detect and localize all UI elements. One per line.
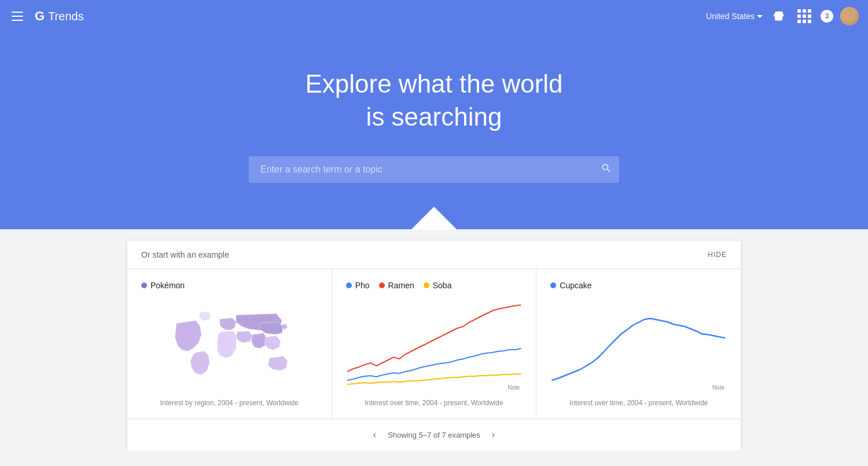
topic-dot-ramen [379,282,385,288]
topic-label-ramen: Ramen [388,281,414,290]
topic-soba: Soba [424,281,452,290]
notification-badge[interactable]: 3 [821,10,833,23]
notification-icon[interactable] [770,7,788,25]
card-desc-cupcake: Interest over time, 2004 - present, Worl… [550,399,727,407]
arrow-indicator [411,207,457,230]
examples-panel: Or start with an example HIDE Pokémon [127,241,741,450]
hero-section: Explore what the world is searching [0,32,868,229]
world-map-svg [160,305,299,386]
examples-header: Or start with an example HIDE [127,241,741,269]
examples-header-text: Or start with an example [141,250,229,259]
topic-label-pho: Pho [355,281,370,290]
user-avatar[interactable] [840,7,859,25]
topic-dot-pho [346,282,352,288]
food-line-chart [346,302,523,389]
pagination-prev-button[interactable]: ‹ [371,427,378,442]
search-container [249,156,619,183]
card-chart-cupcake: Note [550,299,727,392]
logo[interactable]: G Trends [35,9,84,24]
main-content: Or start with an example HIDE Pokémon [0,241,868,450]
pagination-next-button[interactable]: › [490,427,497,442]
header-left: G Trends [9,9,84,24]
menu-button[interactable] [9,9,25,23]
topic-pho: Pho [346,281,370,290]
card-food[interactable]: Pho Ramen Soba [332,269,537,419]
pagination-text: Showing 5–7 of 7 examples [388,431,480,439]
search-button[interactable] [601,163,612,177]
cards-container: Pokémon [127,269,741,419]
card-pokemon[interactable]: Pokémon [127,269,332,419]
notification-count: 3 [825,12,829,20]
card-chart-pokemon [141,299,318,392]
header-right: United States 3 [706,7,859,25]
topic-pokemon: Pokémon [141,281,185,290]
logo-text: Trends [48,10,84,23]
hide-button[interactable]: HIDE [708,251,727,259]
topic-dot-cupcake [550,282,556,288]
card-topics-cupcake: Cupcake [550,281,727,290]
card-chart-food: Note [346,299,523,392]
topic-ramen: Ramen [379,281,414,290]
country-label: United States [706,12,755,21]
topic-cupcake: Cupcake [550,281,591,290]
apps-icon[interactable] [795,7,814,25]
logo-google: G [35,9,45,24]
chevron-down-icon [757,15,763,18]
hero-title: Explore what the world is searching [12,67,856,133]
app-header: G Trends United States 3 [0,0,868,32]
topic-label-pokemon: Pokémon [150,281,185,290]
card-desc-pokemon: Interest by region, 2004 - present, Worl… [141,399,318,407]
cupcake-chart-note: Note [712,384,724,391]
country-selector[interactable]: United States [706,12,763,21]
topic-label-soba: Soba [433,281,452,290]
topic-dot-pokemon [141,282,147,288]
topic-label-cupcake: Cupcake [560,281,591,290]
card-topics-pokemon: Pokémon [141,281,318,290]
card-topics-food: Pho Ramen Soba [346,281,523,290]
topic-dot-soba [424,282,429,288]
card-desc-food: Interest over time, 2004 - present, Worl… [346,399,523,407]
search-input[interactable] [249,156,619,183]
cupcake-line-chart [550,302,727,389]
food-chart-note: Note [507,384,520,391]
card-cupcake[interactable]: Cupcake Note Interest over time, 2004 - … [536,269,741,419]
pagination: ‹ Showing 5–7 of 7 examples › [127,419,741,450]
